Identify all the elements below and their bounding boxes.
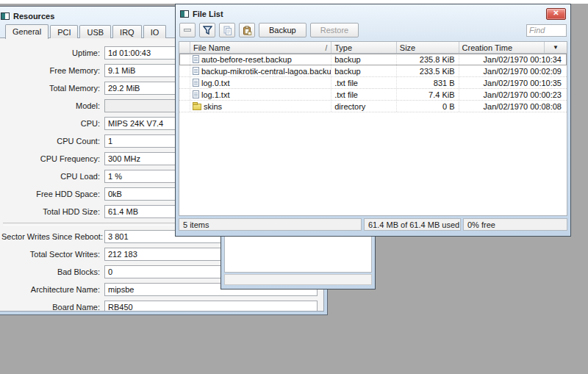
field-value: RB450 [104, 301, 318, 312]
table-row[interactable]: skinsdirectory0 BJan/02/1970 00:08:08 [179, 101, 567, 112]
status-disk-usage: 61.4 MB of 61.4 MB used [364, 218, 461, 231]
field-label: Architecture Name: [1, 285, 104, 294]
file-type-cell: backup [331, 65, 397, 76]
paste-button[interactable] [239, 23, 255, 37]
hidden-window-statusbar [224, 274, 372, 285]
document-icon [193, 55, 199, 63]
file-name-cell: log.0.txt [190, 77, 331, 88]
field-label: CPU Load: [1, 172, 104, 181]
file-list-title: File List [193, 10, 223, 18]
field-label: Free Memory: [1, 66, 104, 75]
field-label: Board Name: [1, 303, 104, 312]
backup-button[interactable]: Backup [259, 23, 306, 37]
file-table: File Name / Type Size Creation Time ▼ au… [179, 41, 567, 216]
file-name-label: skins [204, 102, 222, 111]
row-gutter-cell [179, 89, 190, 100]
copy-icon [223, 26, 232, 35]
column-label: File Name [193, 43, 230, 52]
file-size-cell: 0 B [397, 101, 459, 112]
filter-funnel-icon [203, 26, 212, 35]
tab-pci[interactable]: PCI [50, 25, 78, 38]
column-header-file-name[interactable]: File Name / [190, 42, 331, 53]
field-label: CPU Frequency: [1, 154, 104, 163]
resources-title: Resources [13, 12, 54, 21]
paste-icon [243, 26, 252, 35]
document-icon [193, 90, 199, 98]
status-item-count: 5 items [179, 218, 362, 231]
field-label: Uptime: [1, 48, 104, 57]
tab-io[interactable]: IO [143, 25, 167, 38]
remove-button[interactable] [179, 23, 196, 37]
tab-irq[interactable]: IRQ [112, 25, 142, 38]
row-gutter-cell [179, 54, 190, 65]
chevron-down-icon: ▼ [553, 45, 559, 51]
field-label: Model: [1, 101, 104, 110]
file-size-cell: 7.4 KiB [397, 89, 459, 100]
file-name-label: backup-mikrotik-central-lagoa.backup [201, 67, 331, 76]
file-name-cell: auto-before-reset.backup [190, 54, 331, 65]
file-table-header: File Name / Type Size Creation Time ▼ [179, 42, 567, 54]
row-gutter-cell [179, 77, 190, 88]
column-header-gutter [179, 42, 190, 53]
tab-general[interactable]: General [5, 24, 49, 39]
file-size-cell: 235.8 KiB [397, 54, 459, 65]
table-row[interactable]: log.1.txt.txt file7.4 KiBJan/02/1970 00:… [179, 89, 567, 101]
field-label: Total HDD Size: [1, 207, 104, 216]
column-header-creation-time[interactable]: Creation Time [459, 42, 545, 53]
column-header-size[interactable]: Size [397, 42, 459, 53]
field-label: Total Sector Writes: [1, 250, 104, 259]
folder-icon [193, 104, 201, 110]
file-name-cell: log.1.txt [190, 89, 331, 100]
field-label: Sector Writes Since Reboot: [1, 232, 104, 241]
file-creation-time-cell: Jan/02/1970 00:08:08 [459, 101, 567, 112]
resource-field-row: Board Name:RB450 [0, 298, 323, 312]
field-label: CPU Count: [1, 137, 104, 145]
copy-button[interactable] [219, 23, 235, 37]
field-label: Total Memory: [1, 84, 104, 93]
file-type-cell: .txt file [331, 89, 397, 100]
file-creation-time-cell: Jan/02/1970 00:02:09 [459, 65, 567, 76]
table-row[interactable]: log.0.txt.txt file831 BJan/02/1970 00:10… [179, 77, 567, 89]
minus-icon [184, 29, 191, 32]
status-free-space: 0% free [463, 218, 567, 231]
app-window-icon [180, 10, 189, 18]
field-label: Bad Blocks: [1, 267, 104, 276]
file-type-cell: directory [331, 101, 397, 112]
table-row[interactable]: auto-before-reset.backupbackup235.8 KiBJ… [179, 54, 567, 65]
column-header-type[interactable]: Type [331, 42, 397, 53]
file-list-statusbar: 5 items 61.4 MB of 61.4 MB used 0% free [179, 216, 567, 233]
file-table-body: auto-before-reset.backupbackup235.8 KiBJ… [179, 54, 567, 112]
file-name-label: log.0.txt [201, 79, 230, 87]
file-name-label: log.1.txt [201, 90, 230, 99]
sort-ascending-icon: / [325, 44, 328, 52]
column-menu-button[interactable]: ▼ [545, 42, 567, 53]
file-list-window: File List ✕ Backup [175, 4, 571, 237]
file-name-cell: skins [190, 101, 331, 112]
file-list-toolbar: Backup Restore [179, 21, 567, 41]
file-size-cell: 831 B [397, 77, 459, 88]
find-input[interactable] [526, 24, 567, 37]
row-gutter-cell [179, 65, 190, 76]
app-window-icon [1, 12, 10, 20]
document-icon [193, 67, 199, 75]
file-creation-time-cell: Jan/02/1970 00:10:35 [459, 77, 567, 88]
file-creation-time-cell: Jan/02/1970 00:00:23 [459, 89, 567, 100]
restore-button[interactable]: Restore [310, 23, 359, 37]
file-name-label: auto-before-reset.backup [201, 55, 292, 64]
close-icon[interactable]: ✕ [546, 8, 566, 20]
filter-button[interactable] [199, 23, 215, 37]
table-row[interactable]: backup-mikrotik-central-lagoa.backupback… [179, 65, 567, 77]
file-type-cell: .txt file [331, 77, 397, 88]
tab-usb[interactable]: USB [79, 25, 111, 38]
file-list-titlebar[interactable]: File List ✕ [179, 6, 567, 21]
field-label: Free HDD Space: [1, 190, 104, 198]
file-type-cell: backup [331, 54, 397, 65]
row-gutter-cell [179, 101, 190, 112]
file-creation-time-cell: Jan/02/1970 00:10:34 [459, 54, 567, 65]
file-name-cell: backup-mikrotik-central-lagoa.backup [190, 65, 331, 76]
field-label: CPU: [1, 119, 104, 128]
document-icon [193, 79, 199, 87]
file-size-cell: 233.5 KiB [397, 65, 459, 76]
